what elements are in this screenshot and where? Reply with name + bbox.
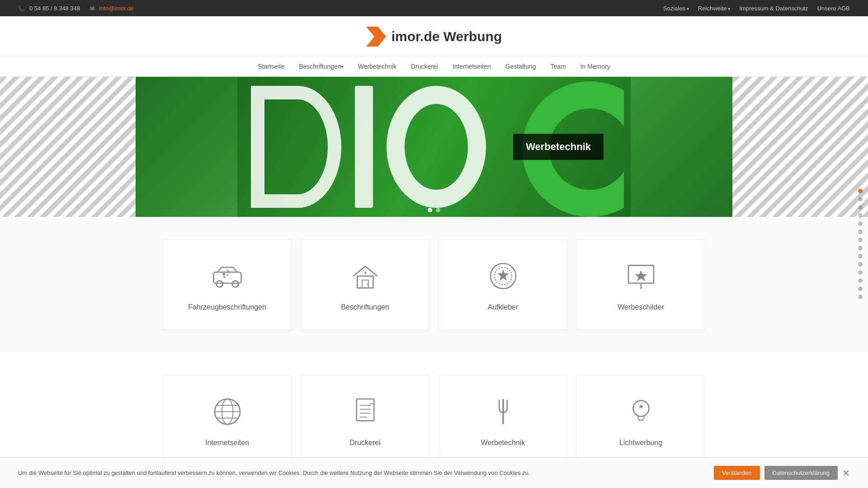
slider-dots [428, 208, 440, 212]
side-dot-13[interactable] [858, 286, 863, 291]
nav-werbetechnik[interactable]: Werbetechnik [351, 57, 404, 76]
service-card-beschriftungen[interactable]: ★ Beschriftungen [301, 239, 429, 330]
services-grid-2: Internetseiten Druckerei [163, 375, 705, 465]
svg-marker-0 [366, 27, 386, 47]
nav-internetseiten[interactable]: Internetseiten [445, 57, 498, 76]
svg-marker-13 [497, 269, 509, 281]
side-dot-12[interactable] [858, 278, 863, 283]
service-card-werbetechnik[interactable]: Werbetechnik [439, 375, 567, 465]
side-dot-11[interactable] [858, 270, 863, 275]
hero-diagonal-right [732, 77, 868, 217]
cookie-accept-button[interactable]: Verstanden [714, 466, 760, 480]
site-logo[interactable]: imor.de Werbung [366, 27, 502, 47]
side-dot-6[interactable] [858, 230, 863, 234]
side-dot-5[interactable] [858, 221, 863, 226]
car-icon: ★ [209, 258, 245, 294]
service-label-beschriftungen: Beschriftungen [341, 303, 389, 311]
nav-beschriftungen[interactable]: Beschriftungen [292, 57, 350, 76]
service-card-lichtwerbung[interactable]: Lichtwerbung [576, 375, 705, 465]
cookie-buttons: Verstanden Datenschutzerklärung [714, 466, 838, 480]
svg-text:★: ★ [222, 275, 226, 279]
side-dot-3[interactable] [858, 205, 863, 210]
topnav-soziales[interactable]: Soziales [663, 5, 689, 12]
svg-marker-16 [635, 270, 647, 282]
nav-gestaltung[interactable]: Gestaltung [498, 57, 543, 76]
email-link[interactable]: info@imor.de [99, 5, 134, 12]
service-label-lichtwerbung: Lichtwerbung [619, 439, 662, 447]
side-dot-1[interactable] [858, 189, 863, 193]
sign-icon [623, 258, 659, 294]
svg-rect-7 [357, 276, 373, 288]
side-dot-7[interactable] [858, 238, 863, 242]
svg-point-2 [216, 281, 222, 287]
site-header: imor.de Werbung [0, 16, 868, 57]
svg-marker-30 [639, 404, 643, 408]
service-card-internet[interactable]: Internetseiten [163, 375, 292, 465]
service-label-internet: Internetseiten [205, 439, 249, 447]
print-icon [347, 394, 383, 430]
nav-druckerei[interactable]: Druckerei [404, 57, 445, 76]
wrench-icon [485, 394, 521, 430]
side-dot-14[interactable] [858, 295, 863, 299]
topnav-agb[interactable]: Unsere AGB [817, 5, 850, 12]
svg-text:★: ★ [363, 271, 367, 275]
slider-dot-1[interactable] [428, 208, 432, 212]
phone-number: 0 54 85 / 8 348 348 [29, 5, 80, 12]
services-section-1: ★ Fahrzeugbeschriftungen ★ Beschriftunge… [0, 217, 868, 352]
service-card-werbeschilder[interactable]: Werbeschilder [576, 239, 705, 330]
house-icon: ★ [347, 258, 383, 294]
topnav-reichweite[interactable]: Reichweite [698, 5, 730, 12]
services-grid-1: ★ Fahrzeugbeschriftungen ★ Beschriftunge… [163, 239, 705, 330]
nav-team[interactable]: Team [543, 57, 573, 76]
service-label-werbetechnik: Werbetechnik [481, 439, 525, 447]
sticker-icon [485, 258, 521, 294]
slider-dot-2[interactable] [436, 208, 440, 212]
svg-point-3 [232, 281, 238, 287]
email-icon [90, 5, 96, 12]
cookie-text: Um die Webseite für Sie optimal zu gesta… [18, 469, 705, 476]
main-nav: Startseite Beschriftungen Werbetechnik D… [0, 57, 868, 77]
svg-marker-5 [226, 273, 228, 276]
cookie-close-button[interactable]: ✕ [842, 468, 850, 479]
side-dot-8[interactable] [858, 246, 863, 250]
side-dot-4[interactable] [858, 213, 863, 218]
logo-text: imor.de Werbung [392, 29, 502, 44]
nav-startseite[interactable]: Startseite [250, 57, 292, 76]
svg-point-28 [633, 401, 649, 417]
side-dots-nav [858, 189, 863, 299]
hero-image-inner: Werbetechnik [237, 77, 631, 217]
service-label-werbeschilder: Werbeschilder [618, 303, 664, 311]
side-dot-2[interactable] [858, 197, 863, 202]
service-card-fahrzeug[interactable]: ★ Fahrzeugbeschriftungen [163, 239, 292, 330]
side-dot-10[interactable] [858, 262, 863, 267]
lightbulb-icon [623, 394, 659, 430]
hero-section: Werbetechnik [0, 77, 868, 217]
top-bar: 0 54 85 / 8 348 348 info@imor.de Soziale… [0, 0, 868, 16]
service-label-fahrzeug: Fahrzeugbeschriftungen [188, 303, 266, 311]
logo-icon [366, 27, 386, 47]
hero-diagonal-left [0, 77, 136, 217]
hero-badge: Werbetechnik [513, 134, 604, 160]
service-label-aufkleber: Aufkleber [488, 303, 519, 311]
globe-icon [209, 394, 245, 430]
service-card-druckerei[interactable]: Druckerei [301, 375, 429, 465]
cookie-privacy-button[interactable]: Datenschutzerklärung [764, 466, 838, 480]
nav-in-memory[interactable]: In Memory [573, 57, 618, 76]
svg-point-9 [367, 284, 368, 286]
side-dot-9[interactable] [858, 254, 863, 258]
topnav-impressum[interactable]: Impressum & Datenschutz [739, 5, 808, 12]
top-bar-nav: Soziales Reichweite Impressum & Datensch… [663, 5, 850, 12]
top-bar-contact: 0 54 85 / 8 348 348 info@imor.de [18, 5, 134, 12]
phone-icon [18, 5, 27, 12]
service-label-druckerei: Druckerei [349, 439, 380, 447]
service-card-aufkleber[interactable]: Aufkleber [439, 239, 567, 330]
cookie-banner: Um die Webseite für Sie optimal zu gesta… [0, 457, 868, 488]
